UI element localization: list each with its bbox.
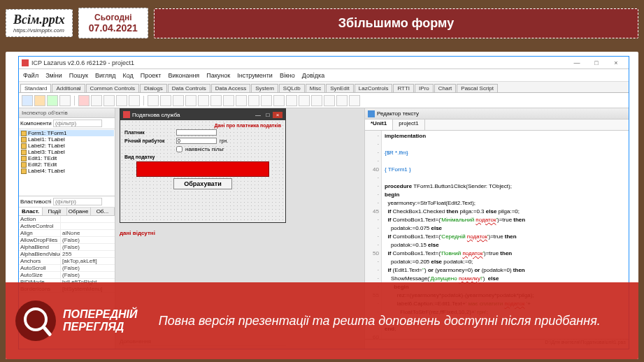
prop-row[interactable]: Anchors[akTop,akLeft] (19, 258, 115, 265)
close-button[interactable]: × (606, 58, 626, 68)
tool-save-icon[interactable] (47, 95, 58, 106)
tab-rtti[interactable]: RTTI (393, 84, 414, 92)
tool-pause-icon[interactable] (91, 95, 102, 106)
tab-dialogs[interactable]: Dialogs (140, 84, 167, 92)
tab-standard[interactable]: Standard (20, 84, 51, 92)
menu-project[interactable]: Проект (141, 72, 162, 79)
tab-synedit[interactable]: SynEdit (326, 84, 354, 92)
comp-arrow-icon[interactable] (148, 95, 159, 106)
ide-menubar[interactable]: Файл Зміни Пошук Вигляд Код Проект Викон… (19, 69, 629, 82)
tool-new-icon[interactable] (22, 95, 33, 106)
prop-row[interactable]: AutoSize(False) (19, 272, 115, 279)
prop-row[interactable]: AlphaBlendValue255 (19, 251, 115, 258)
comp-radio-icon[interactable] (261, 95, 272, 106)
design-form-window[interactable]: Податкова служба — □ × Дані про платника… (120, 108, 286, 223)
prop-value[interactable] (61, 216, 115, 222)
form-maximize-button[interactable]: □ (263, 112, 273, 118)
component-tree[interactable]: Form1: TForm1 Label1: TLabel Label2: TLa… (19, 129, 115, 196)
tool-stepover-icon[interactable] (116, 95, 127, 106)
components-filter-input[interactable] (53, 120, 102, 127)
comp-label-icon[interactable] (198, 95, 209, 106)
prop-value[interactable]: (False) (61, 237, 115, 243)
date-value: 07.04.2021 (89, 22, 138, 34)
ide-titlebar[interactable]: ICP Lazarus v2.0.6 r62129 - project1 — □… (19, 57, 629, 69)
prop-row[interactable]: AlphaBlend(False) (19, 244, 115, 251)
income-input[interactable] (176, 138, 217, 144)
tab-misc[interactable]: Misc (306, 84, 325, 92)
prop-value[interactable]: 255 (61, 251, 115, 257)
menu-package[interactable]: Пакунок (206, 72, 230, 79)
prop-row[interactable]: AllowDropFiles(False) (19, 237, 115, 244)
tool-run-icon[interactable] (78, 95, 90, 106)
benefits-checkbox[interactable] (176, 146, 183, 152)
menu-tools[interactable]: Інструменти (237, 72, 273, 79)
red-panel[interactable] (136, 161, 269, 177)
prop-row[interactable]: ActiveControl (19, 223, 115, 230)
component-palette-tabs[interactable]: Standard Additional Common Controls Dial… (19, 82, 629, 93)
tab-sqldb[interactable]: SQLdb (279, 84, 305, 92)
tab-unit1[interactable]: *Unit1 (365, 120, 393, 130)
prop-value[interactable]: [akTop,akLeft] (61, 258, 115, 264)
tab-events[interactable]: Події (43, 208, 66, 215)
menu-file[interactable]: Файл (23, 72, 38, 79)
comp-action-icon[interactable] (349, 95, 360, 106)
tool-stop-icon[interactable] (103, 95, 115, 106)
comp-toggle-icon[interactable] (236, 95, 247, 106)
comp-combo-icon[interactable] (286, 95, 297, 106)
menu-help[interactable]: Довідка (302, 72, 324, 79)
tool-open-icon[interactable] (34, 95, 45, 106)
prop-value[interactable]: (False) (61, 272, 115, 278)
menu-edit[interactable]: Зміни (45, 72, 62, 79)
menu-run[interactable]: Виконання (168, 72, 199, 79)
prop-row[interactable]: Action (19, 216, 115, 223)
comp-menu-icon[interactable] (160, 95, 171, 106)
prop-row[interactable]: AlignalNone (19, 230, 115, 237)
tool-saveall-icon[interactable] (59, 95, 71, 106)
prop-value[interactable] (61, 223, 115, 229)
form-minimize-button[interactable]: — (253, 112, 263, 118)
menu-code[interactable]: Код (122, 72, 133, 79)
menu-search[interactable]: Пошук (69, 72, 88, 79)
prop-value[interactable]: (False) (61, 244, 115, 250)
payer-input[interactable] (176, 129, 217, 136)
minimize-button[interactable]: — (567, 58, 587, 68)
prop-value[interactable]: (False) (61, 265, 115, 271)
editor-title-text: Редактор тексту (377, 110, 419, 117)
tab-chart[interactable]: Chart (434, 84, 457, 92)
tab-properties[interactable]: Власт. (19, 208, 43, 215)
calculate-button[interactable]: Обрахувати (173, 178, 232, 189)
comp-button-icon[interactable] (185, 95, 196, 106)
comp-groupbox-icon[interactable] (311, 95, 322, 106)
tab-ipro[interactable]: IPro (415, 84, 434, 92)
properties-filter-input[interactable] (53, 198, 102, 205)
tab-restricted[interactable]: Об... (91, 208, 115, 215)
maximize-button[interactable]: □ (587, 58, 606, 68)
tab-dataaccess[interactable]: Data Access (211, 84, 250, 92)
tab-datactrl[interactable]: Data Controls (168, 84, 210, 92)
prop-row[interactable]: AutoScroll(False) (19, 265, 115, 272)
inspector-tabs[interactable]: Власт. Події Обране Об... (19, 208, 115, 216)
tool-stepin-icon[interactable] (129, 95, 140, 106)
prop-value[interactable]: alNone (61, 230, 115, 236)
comp-checkbox-icon[interactable] (248, 95, 259, 106)
menu-view[interactable]: Вигляд (95, 72, 116, 79)
comp-frame-icon[interactable] (336, 95, 348, 106)
comp-scrollbar-icon[interactable] (299, 95, 310, 106)
tab-pascalscript[interactable]: Pascal Script (457, 84, 498, 92)
tab-additional[interactable]: Additional (52, 84, 85, 92)
comp-popup-icon[interactable] (173, 95, 184, 106)
menu-window[interactable]: Вікно (280, 72, 295, 79)
tab-common[interactable]: Common Controls (86, 84, 139, 92)
editor-tabs[interactable]: *Unit1 project1 (365, 120, 629, 131)
form-close-button[interactable]: × (273, 112, 282, 118)
comp-memo-icon[interactable] (223, 95, 234, 106)
tab-lazcontrols[interactable]: LazControls (355, 84, 393, 92)
tab-project1[interactable]: project1 (393, 120, 424, 130)
prop-name: Anchors (19, 258, 61, 264)
comp-listbox-icon[interactable] (273, 95, 285, 106)
tab-system[interactable]: System (251, 84, 278, 92)
comp-edit-icon[interactable] (210, 95, 222, 106)
tab-favorites[interactable]: Обране (67, 208, 91, 215)
form-titlebar[interactable]: Податкова служба — □ × (120, 109, 285, 120)
comp-panel-icon[interactable] (324, 95, 335, 106)
